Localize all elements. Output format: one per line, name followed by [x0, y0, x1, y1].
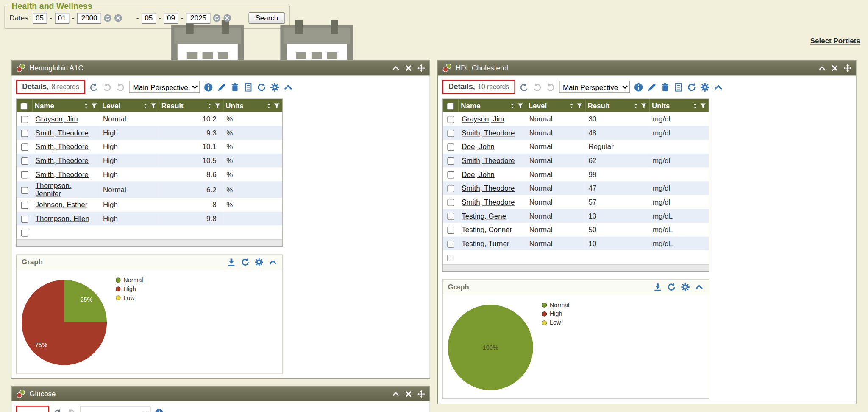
to-year-input[interactable] — [186, 12, 210, 23]
row-checkbox[interactable] — [447, 227, 454, 234]
redo-icon[interactable] — [532, 82, 542, 92]
patient-name-link[interactable]: Grayson, Jim — [36, 115, 78, 123]
sort-icon[interactable] — [632, 102, 638, 109]
delete-icon[interactable] — [230, 82, 239, 92]
row-checkbox[interactable] — [447, 143, 454, 151]
row-checkbox[interactable] — [447, 116, 454, 123]
move-portlet-icon[interactable] — [417, 390, 425, 398]
sort-icon[interactable] — [692, 102, 698, 109]
row-checkbox[interactable] — [21, 216, 28, 223]
to-day-input[interactable] — [164, 12, 178, 23]
patient-name-link[interactable]: Thompson, Jennifer — [36, 181, 72, 198]
row-checkbox[interactable] — [21, 202, 28, 209]
new-record-icon[interactable] — [244, 82, 253, 92]
to-month-input[interactable] — [142, 12, 156, 23]
sort-icon[interactable] — [509, 102, 515, 109]
from-year-input[interactable] — [77, 12, 101, 23]
redo-icon[interactable] — [103, 82, 112, 92]
collapse-section-icon[interactable] — [284, 82, 293, 92]
to-calendar-icon[interactable] — [234, 14, 243, 22]
patient-name-link[interactable]: Thompson, Ellen — [36, 214, 89, 223]
reset-from-date-icon[interactable] — [104, 14, 112, 22]
info-icon[interactable] — [154, 408, 164, 412]
new-record-icon[interactable] — [673, 82, 683, 92]
filter-funnel-icon[interactable] — [517, 102, 523, 109]
sort-icon[interactable] — [142, 102, 148, 109]
info-icon[interactable] — [634, 82, 643, 92]
patient-name-link[interactable]: Doe, John — [462, 143, 494, 151]
perspective-select[interactable]: Main Perspective — [129, 81, 200, 93]
close-portlet-icon[interactable] — [831, 64, 838, 72]
search-button[interactable]: Search — [249, 12, 285, 24]
perspective-select[interactable]: Main Perspective — [559, 81, 630, 93]
select-all-checkbox[interactable] — [447, 103, 454, 110]
row-checkbox[interactable] — [447, 130, 454, 137]
patient-name-link[interactable]: Testing, Conner — [462, 226, 512, 234]
clear-from-date-icon[interactable] — [114, 14, 122, 22]
filter-funnel-icon[interactable] — [91, 102, 97, 109]
collapse-portlet-icon[interactable] — [392, 64, 400, 72]
undo-icon[interactable] — [89, 82, 98, 92]
collapse-section-icon[interactable] — [713, 82, 723, 92]
clear-to-date-icon[interactable] — [223, 14, 232, 22]
row-checkbox[interactable] — [21, 171, 28, 179]
patient-name-link[interactable]: Johnson, Esther — [36, 201, 88, 209]
row-checkbox[interactable] — [447, 185, 454, 192]
info-icon[interactable] — [204, 82, 213, 92]
patient-name-link[interactable]: Smith, Theodore — [36, 129, 89, 137]
from-day-input[interactable] — [55, 12, 69, 23]
patient-name-link[interactable]: Smith, Theodore — [462, 156, 515, 165]
filter-funnel-icon[interactable] — [273, 102, 280, 109]
select-all-checkbox[interactable] — [21, 103, 28, 110]
settings-gear-icon[interactable] — [255, 258, 264, 266]
undo-icon[interactable] — [519, 82, 529, 92]
row-checkbox[interactable] — [21, 230, 28, 237]
repeat-icon[interactable] — [116, 82, 125, 92]
redo-icon[interactable] — [67, 408, 76, 412]
reset-to-date-icon[interactable] — [213, 14, 221, 22]
collapse-portlet-icon[interactable] — [392, 390, 400, 398]
patient-name-link[interactable]: Smith, Theodore — [36, 170, 89, 179]
filter-funnel-icon[interactable] — [214, 102, 221, 109]
repeat-icon[interactable] — [545, 82, 555, 92]
settings-gear-icon[interactable] — [270, 82, 279, 92]
edit-icon[interactable] — [217, 82, 226, 92]
undo-icon[interactable] — [53, 408, 62, 412]
from-month-input[interactable] — [33, 12, 47, 23]
refresh-icon[interactable] — [667, 282, 676, 291]
from-calendar-icon[interactable] — [125, 14, 134, 22]
row-checkbox[interactable] — [447, 199, 454, 206]
patient-name-link[interactable]: Grayson, Jim — [462, 115, 504, 123]
collapse-section-icon[interactable] — [695, 282, 704, 291]
patient-name-link[interactable]: Doe, John — [462, 170, 494, 179]
perspective-select[interactable] — [80, 407, 150, 412]
row-checkbox[interactable] — [21, 157, 28, 165]
sort-icon[interactable] — [83, 102, 89, 109]
close-portlet-icon[interactable] — [405, 64, 412, 72]
row-checkbox[interactable] — [21, 130, 28, 137]
row-checkbox[interactable] — [447, 157, 454, 165]
select-portlets-link[interactable]: Select Portlets — [810, 36, 860, 45]
move-portlet-icon[interactable] — [417, 64, 425, 72]
patient-name-link[interactable]: Smith, Theodore — [36, 143, 89, 151]
download-icon[interactable] — [653, 282, 662, 291]
row-checkbox[interactable] — [21, 187, 28, 194]
filter-funnel-icon[interactable] — [150, 102, 156, 109]
refresh-icon[interactable] — [241, 258, 250, 266]
edit-icon[interactable] — [647, 82, 657, 92]
row-checkbox[interactable] — [447, 255, 454, 262]
settings-gear-icon[interactable] — [681, 282, 690, 291]
sort-icon[interactable] — [206, 102, 212, 109]
filter-funnel-icon[interactable] — [700, 102, 707, 109]
sort-icon[interactable] — [266, 102, 272, 109]
sort-icon[interactable] — [568, 102, 574, 109]
patient-name-link[interactable]: Testing, Turner — [462, 239, 509, 248]
collapse-section-icon[interactable] — [268, 258, 277, 266]
filter-funnel-icon[interactable] — [640, 102, 647, 109]
move-portlet-icon[interactable] — [844, 64, 851, 72]
row-checkbox[interactable] — [447, 213, 454, 220]
download-icon[interactable] — [227, 258, 236, 266]
settings-gear-icon[interactable] — [700, 82, 709, 92]
collapse-portlet-icon[interactable] — [818, 64, 826, 72]
patient-name-link[interactable]: Smith, Theodore — [36, 156, 89, 165]
